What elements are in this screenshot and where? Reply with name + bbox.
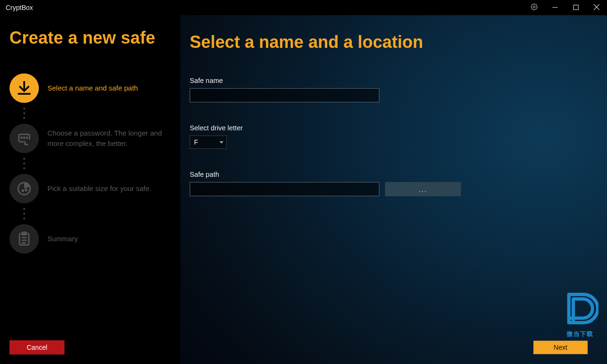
close-button[interactable] — [586, 0, 607, 15]
step-label: Select a name and safe path — [47, 83, 138, 93]
minimize-icon — [552, 3, 558, 12]
drive-letter-label: Select drive letter — [190, 124, 588, 132]
gear-icon — [531, 3, 538, 12]
step-connector — [9, 153, 39, 174]
svg-point-9 — [27, 137, 28, 138]
titlebar: CryptBox — [0, 0, 607, 15]
app-name: CryptBox — [6, 4, 33, 11]
summary-icon — [9, 224, 39, 254]
safe-name-input[interactable] — [190, 88, 379, 102]
svg-rect-2 — [573, 5, 578, 10]
svg-point-7 — [21, 137, 22, 138]
svg-point-0 — [533, 6, 535, 8]
chevron-down-icon — [220, 141, 223, 144]
svg-point-8 — [24, 137, 25, 138]
content-title: Select a name and a location — [190, 32, 588, 52]
download-icon — [9, 73, 39, 103]
step-summary[interactable]: Summary — [9, 224, 171, 254]
safe-path-input[interactable] — [190, 182, 379, 196]
form: Safe name Select drive letter F Safe pat… — [190, 77, 588, 218]
sidebar-title: Create a new safe — [9, 28, 171, 47]
step-size[interactable]: Pick a suitable size for your safe. — [9, 174, 171, 203]
maximize-icon — [573, 3, 579, 12]
step-name-path[interactable]: Select a name and safe path — [9, 73, 171, 103]
drive-letter-value: F — [194, 138, 198, 146]
step-label: Pick a suitable size for your safe. — [47, 183, 151, 194]
watermark: 微当下载 — [561, 290, 598, 338]
close-icon — [594, 3, 599, 12]
watermark-logo-icon — [561, 290, 598, 329]
minimize-button[interactable] — [544, 0, 565, 15]
safe-path-label: Safe path — [190, 171, 588, 178]
svg-point-11 — [22, 190, 24, 191]
content-panel: Select a name and a location Safe name S… — [180, 15, 607, 364]
step-label: Choose a password. The longer and more c… — [47, 128, 171, 149]
size-icon — [9, 174, 39, 203]
drive-letter-select[interactable]: F — [190, 136, 227, 149]
safe-name-label: Safe name — [190, 77, 588, 84]
watermark-caption: 微当下载 — [567, 330, 593, 338]
maximize-button[interactable] — [565, 0, 586, 15]
wizard-steps: Select a name and safe path Choose a pas… — [9, 73, 171, 254]
step-connector — [9, 203, 39, 224]
step-password[interactable]: Choose a password. The longer and more c… — [9, 124, 171, 153]
step-connector — [9, 103, 39, 124]
browse-button[interactable]: ... — [385, 182, 461, 196]
cancel-button[interactable]: Cancel — [9, 340, 64, 355]
svg-point-12 — [26, 189, 27, 191]
next-button[interactable]: Next — [533, 340, 588, 355]
password-icon — [9, 124, 39, 153]
settings-button[interactable] — [524, 0, 544, 15]
step-label: Summary — [47, 234, 78, 244]
sidebar: Create a new safe Select a name and safe… — [0, 15, 180, 364]
